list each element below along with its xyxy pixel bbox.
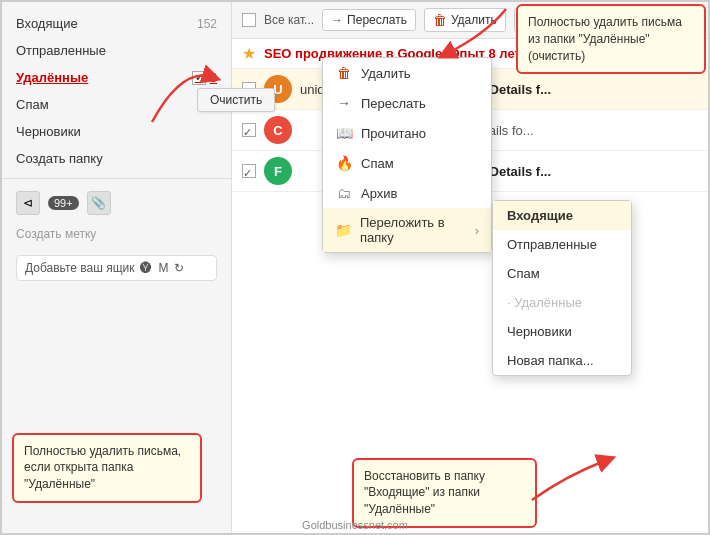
badge-99: 99+ [48,196,79,210]
ctx-spam-icon: 🔥 [335,155,353,171]
ctx-archive[interactable]: 🗂 Архив [323,178,491,208]
sidebar-item-drafts[interactable]: Черновики [2,118,231,145]
ctx-spam-label: Спам [361,156,394,171]
submenu-new-folder-label: Новая папка... [507,353,594,368]
sidebar-item-sent[interactable]: Отправленные [2,37,231,64]
inbox-count: 152 [197,17,217,31]
gmail-icon: M [158,261,168,275]
create-label-text: Создать метку [2,221,231,247]
ctx-move-icon: 📁 [335,222,352,238]
submenu-new-folder[interactable]: Новая папка... [493,346,631,375]
ctx-forward-label: Переслать [361,96,426,111]
main-container: Входящие 152 Отправленные Удалённые ✓ 3 … [0,0,710,535]
sidebar: Входящие 152 Отправленные Удалённые ✓ 3 … [2,2,232,533]
ctx-chevron-icon: › [475,223,479,238]
sidebar-bottom: ⊲ 99+ 📎 [2,185,231,221]
category-tabs[interactable]: Все кат... [264,13,314,27]
sent-label: Отправленные [16,43,106,58]
submenu-spam-label: Спам [507,266,540,281]
submenu-inbox[interactable]: Входящие [493,201,631,230]
ctx-delete-label: Удалить [361,66,411,81]
forward-label: Переслать [347,13,407,27]
submenu-deleted: · Удалённые [493,288,631,317]
submenu-deleted-label: · Удалённые [507,295,582,310]
inbox-label: Входящие [16,16,78,31]
drafts-label: Черновики [16,124,81,139]
submenu-inbox-label: Входящие [507,208,573,223]
row-check-2[interactable]: ✓ [242,164,256,178]
sidebar-icon-btn-paperclip[interactable]: 📎 [87,191,111,215]
ctx-archive-label: Архив [361,186,397,201]
sidebar-item-inbox[interactable]: Входящие 152 [2,10,231,37]
deleted-checkbox[interactable]: ✓ [192,71,206,85]
avatar-2: F [264,157,292,185]
seo-star: ★ [242,44,256,63]
ctx-read-label: Прочитано [361,126,426,141]
yandex-icon: 🅨 [140,261,152,275]
annotation-left-text: Полностью удалить письма, если открыта п… [24,444,181,492]
ctx-move-label: Переложить в папку [360,215,467,245]
context-menu: 🗑 Удалить → Переслать 📖 Прочитано 🔥 Спам… [322,57,492,253]
add-mailbox-label: Добавьте ваш ящик [25,261,134,275]
clear-label: Очистить [210,93,262,107]
ctx-read-icon: 📖 [335,125,353,141]
submenu-sent-label: Отправленные [507,237,597,252]
ctx-trash-icon: 🗑 [335,65,353,81]
delete-label: Удалить [451,13,497,27]
ctx-move-inner: 📁 Переложить в папку [335,215,467,245]
clear-button[interactable]: Очистить [197,88,275,112]
add-mailbox[interactable]: Добавьте ваш ящик 🅨 M ↻ [16,255,217,281]
forward-btn[interactable]: → Переслать [322,9,416,31]
deleted-count: 3 [210,70,217,85]
sidebar-icon-btn-left[interactable]: ⊲ [16,191,40,215]
ctx-spam[interactable]: 🔥 Спам [323,148,491,178]
red-arrow-bottom [527,445,617,505]
sidebar-item-create-folder[interactable]: Создать папку [2,145,231,172]
checkmark-1: ✓ [243,126,252,138]
submenu-drafts-label: Черновики [507,324,572,339]
annotation-left: Полностью удалить письма, если открыта п… [12,433,202,503]
submenu-spam[interactable]: Спам [493,259,631,288]
deleted-badge: ✓ 3 [192,70,217,85]
delete-btn[interactable]: 🗑 Удалить [424,8,506,32]
toolbar-checkbox[interactable] [242,13,256,27]
annotation-top-text: Полностью удалить письма из папки "Удалё… [528,15,682,63]
deleted-label: Удалённые [16,70,88,85]
ctx-forward[interactable]: → Переслать [323,88,491,118]
avatar-1: C [264,116,292,144]
sidebar-item-deleted[interactable]: Удалённые ✓ 3 [2,64,231,91]
submenu-sent[interactable]: Отправленные [493,230,631,259]
forward-icon: → [331,13,343,27]
ctx-move[interactable]: 📁 Переложить в папку › [323,208,491,252]
submenu: Входящие Отправленные Спам · Удалённые Ч… [492,200,632,376]
annotation-bottom-main: Восстановить в папку "Входящие" из папки… [352,458,537,528]
row-check-1[interactable]: ✓ [242,123,256,137]
trash-icon: 🗑 [433,12,447,28]
watermark: Goldbusinessnet.com [302,519,408,531]
spam-label: Спам [16,97,49,112]
create-folder-label: Создать папку [16,151,103,166]
ctx-read[interactable]: 📖 Прочитано [323,118,491,148]
annotation-top-right: Полностью удалить письма из папки "Удалё… [516,4,706,74]
sidebar-divider [2,178,231,179]
refresh-icon: ↻ [174,261,184,275]
main-content: Все кат... → Переслать 🗑 Удалить 🔥 Это с… [232,2,708,533]
annotation-bottom-text: Восстановить в папку "Входящие" из папки… [364,469,485,517]
ctx-delete[interactable]: 🗑 Удалить [323,58,491,88]
submenu-drafts[interactable]: Черновики [493,317,631,346]
checkmark-2: ✓ [243,167,252,179]
ctx-forward-icon: → [335,95,353,111]
ctx-archive-icon: 🗂 [335,185,353,201]
